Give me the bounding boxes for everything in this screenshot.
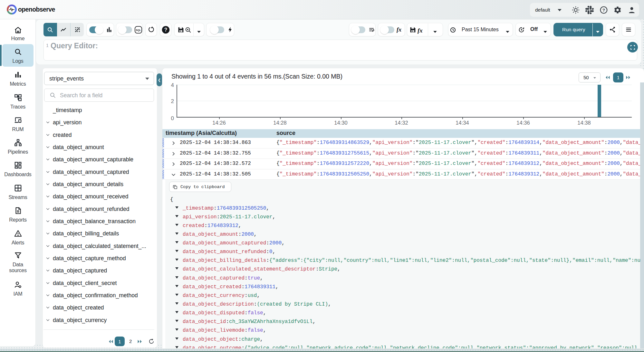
svg-text:fx: fx: [418, 27, 423, 34]
svg-text:SQL: SQL: [136, 28, 141, 31]
svg-text:?: ?: [164, 27, 167, 32]
svg-text:fx: fx: [397, 26, 401, 33]
svg-text:?: ?: [602, 8, 605, 13]
